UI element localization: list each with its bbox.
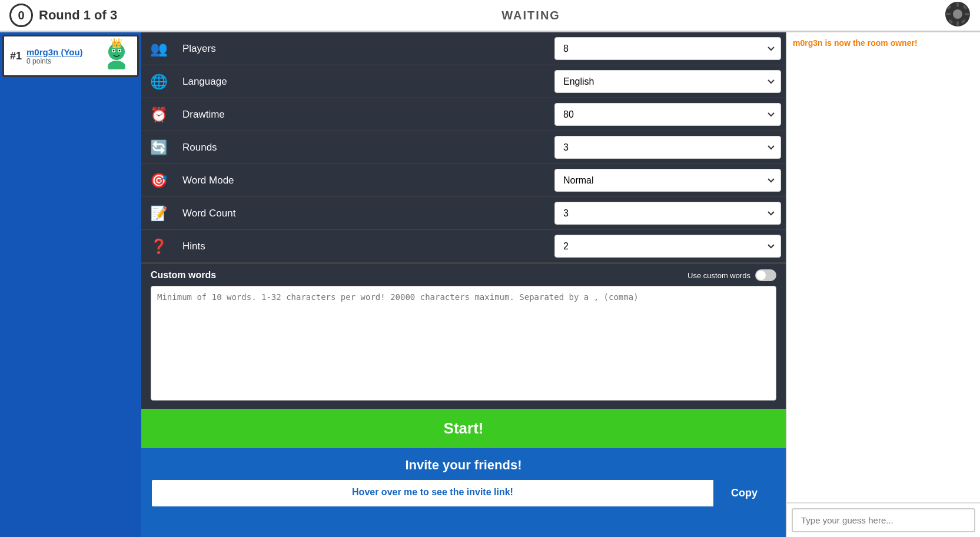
custom-words-label: Custom words xyxy=(151,270,216,281)
rounds-label: Rounds xyxy=(177,134,554,162)
language-label: Language xyxy=(177,68,554,96)
custom-words-section: Custom words Use custom words xyxy=(141,263,786,409)
svg-point-11 xyxy=(108,61,125,69)
language-select[interactable]: English Deutsch Français xyxy=(554,70,781,93)
drawtime-label: Drawtime xyxy=(177,101,554,129)
players-row: 👥 Players 8 2 3 4 5 6 7 9 10 xyxy=(141,32,786,65)
system-message: m0rg3n is now the room owner! xyxy=(793,38,974,48)
word-mode-label: Word Mode xyxy=(177,166,554,195)
main-layout: #1 m0rg3n (You) 0 points 👑 xyxy=(0,32,980,537)
svg-point-1 xyxy=(953,9,962,19)
chat-input-area xyxy=(787,502,980,537)
players-select[interactable]: 8 2 3 4 5 6 7 9 10 xyxy=(554,37,781,60)
rounds-icon: 🔄 xyxy=(150,139,168,156)
top-bar-left: 0 Round 1 of 3 xyxy=(9,4,117,27)
waiting-label: WAITING xyxy=(501,9,560,22)
chat-messages: m0rg3n is now the room owner! xyxy=(787,32,980,502)
language-icon: 🌐 xyxy=(150,74,168,90)
invite-title: Invite your friends! xyxy=(151,458,776,473)
use-custom-words-text: Use custom words xyxy=(687,271,750,280)
custom-words-textarea[interactable] xyxy=(151,286,776,401)
players-label: Players xyxy=(177,35,554,63)
crown-icon: 👑 xyxy=(111,38,122,49)
clock-icon: ⏰ xyxy=(150,106,168,123)
hints-select[interactable]: 2 0 1 3 xyxy=(554,235,781,258)
top-bar: 0 Round 1 of 3 WAITING xyxy=(0,0,980,32)
invite-link-text[interactable]: Hover over me to see the invite link! xyxy=(152,480,713,506)
left-sidebar: #1 m0rg3n (You) 0 points 👑 xyxy=(0,32,141,537)
rounds-select[interactable]: 3 1 2 4 5 xyxy=(554,136,781,159)
center-panel: 👥 Players 8 2 3 4 5 6 7 9 10 🌐 xyxy=(141,32,786,537)
copy-button[interactable]: Copy xyxy=(713,480,775,506)
word-count-row: 📝 Word Count 3 1 2 4 5 xyxy=(141,197,786,230)
player-rank: #1 xyxy=(10,50,22,62)
drawtime-icon-cell: ⏰ xyxy=(141,101,177,129)
player-name[interactable]: m0rg3n (You) xyxy=(26,47,97,57)
round-text: Round 1 of 3 xyxy=(39,8,117,23)
svg-point-15 xyxy=(119,50,121,52)
language-icon-cell: 🌐 xyxy=(141,68,177,96)
svg-rect-5 xyxy=(965,13,969,15)
gear-icon xyxy=(945,1,971,27)
word-mode-select[interactable]: Normal Hidden Combination xyxy=(554,169,781,192)
hints-row: ❓ Hints 2 0 1 3 xyxy=(141,230,786,263)
custom-words-toggle[interactable] xyxy=(755,269,776,281)
word-mode-icon: 🎯 xyxy=(150,172,168,189)
word-count-select[interactable]: 3 1 2 4 5 xyxy=(554,202,781,225)
round-badge: 0 xyxy=(9,4,33,27)
word-mode-icon-cell: 🎯 xyxy=(141,166,177,195)
avatar-container: 👑 xyxy=(102,40,131,72)
player-card: #1 m0rg3n (You) 0 points 👑 xyxy=(2,35,139,77)
start-button[interactable]: Start! xyxy=(141,409,786,448)
rounds-icon-cell: 🔄 xyxy=(141,134,177,162)
svg-point-14 xyxy=(113,50,115,52)
hints-icon-cell: ❓ xyxy=(141,232,177,261)
drawtime-select[interactable]: 80 30 60 90 120 xyxy=(554,103,781,126)
players-icon: 👥 xyxy=(150,41,168,57)
word-mode-row: 🎯 Word Mode Normal Hidden Combination xyxy=(141,164,786,197)
hints-icon: ❓ xyxy=(150,238,168,255)
language-row: 🌐 Language English Deutsch Français xyxy=(141,65,786,98)
chat-input[interactable] xyxy=(792,508,975,532)
settings-panel: 👥 Players 8 2 3 4 5 6 7 9 10 🌐 xyxy=(141,32,786,263)
player-points: 0 points xyxy=(26,57,97,65)
word-count-icon-cell: 📝 xyxy=(141,199,177,228)
player-info: m0rg3n (You) 0 points xyxy=(26,47,97,65)
custom-words-toggle-area: Use custom words xyxy=(687,269,776,281)
word-count-icon: 📝 xyxy=(150,205,168,222)
hints-label: Hints xyxy=(177,232,554,261)
svg-rect-3 xyxy=(956,21,959,26)
players-icon-cell: 👥 xyxy=(141,35,177,63)
drawtime-row: ⏰ Drawtime 80 30 60 90 120 xyxy=(141,98,786,131)
settings-button[interactable] xyxy=(945,1,971,29)
rounds-row: 🔄 Rounds 3 1 2 4 5 xyxy=(141,131,786,164)
svg-rect-2 xyxy=(956,2,959,7)
invite-section: Invite your friends! Hover over me to se… xyxy=(141,448,786,517)
invite-link-row: Hover over me to see the invite link! Co… xyxy=(151,479,776,508)
svg-rect-4 xyxy=(946,13,951,15)
right-sidebar: m0rg3n is now the room owner! xyxy=(786,32,980,537)
custom-words-header: Custom words Use custom words xyxy=(151,269,776,281)
word-count-label: Word Count xyxy=(177,199,554,228)
